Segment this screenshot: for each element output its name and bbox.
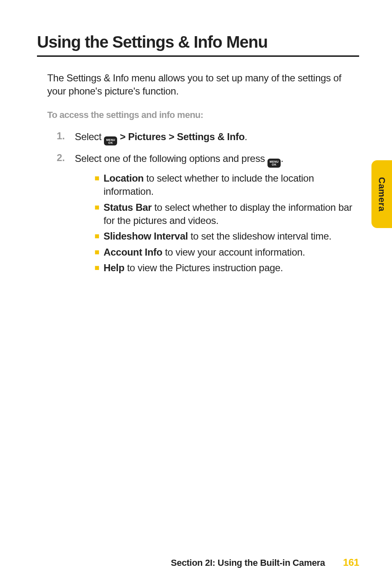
step-prefix: Select [75, 131, 104, 142]
step-list: 1. Select MENUOK > Pictures > Settings &… [37, 130, 359, 277]
bullet-text: Status Bar to select whether to display … [104, 201, 359, 228]
side-tab-label: Camera [376, 177, 387, 212]
bullet-term: Account Info [104, 247, 162, 258]
menu-ok-key-icon: MENUOK [104, 136, 117, 145]
bullet-icon: ■ [95, 230, 104, 243]
bullet-icon: ■ [95, 246, 104, 259]
step-prefix: Select one of the following options and … [75, 153, 267, 164]
bullet-term: Status Bar [104, 202, 152, 213]
bullet-rest: to view your account information. [162, 247, 305, 258]
step-period: . [244, 131, 247, 142]
bullet-term: Location [104, 173, 144, 184]
step-period: . [281, 153, 283, 164]
bullet-text: Help to view the Pictures instruction pa… [104, 261, 283, 274]
intro-paragraph: The Settings & Info menu allows you to s… [37, 71, 359, 98]
subheading: To access the settings and info menu: [37, 110, 359, 120]
step-number: 1. [57, 130, 75, 146]
bullet-icon: ■ [95, 172, 104, 198]
list-item: ■ Location to select whether to include … [95, 172, 359, 198]
step-2: 2. Select one of the following options a… [57, 152, 359, 277]
step-number: 2. [57, 152, 75, 277]
page: Using the Settings & Info Menu The Setti… [0, 0, 392, 588]
list-item: ■ Help to view the Pictures instruction … [95, 261, 359, 274]
bullet-icon: ■ [95, 261, 104, 274]
bullet-rest: to view the Pictures instruction page. [125, 262, 283, 273]
bullet-text: Slideshow Interval to set the slideshow … [104, 230, 332, 243]
footer: Section 2I: Using the Built-in Camera 16… [171, 557, 359, 568]
bullet-term: Help [104, 262, 125, 273]
title-underline [37, 55, 359, 57]
list-item: ■ Account Info to view your account info… [95, 246, 359, 259]
section-label: Section 2I: Using the Built-in Camera [171, 558, 325, 568]
page-number: 161 [343, 557, 359, 568]
step-bold-path: > Pictures > Settings & Info [117, 131, 244, 142]
list-item: ■ Status Bar to select whether to displa… [95, 201, 359, 228]
list-item: ■ Slideshow Interval to set the slidesho… [95, 230, 359, 243]
bullet-text: Location to select whether to include th… [104, 172, 359, 198]
page-title: Using the Settings & Info Menu [37, 33, 359, 51]
menu-ok-key-icon: MENUOK [267, 159, 281, 168]
side-tab: Camera [371, 160, 392, 228]
bullet-list: ■ Location to select whether to include … [75, 172, 359, 275]
bullet-rest: to set the slideshow interval time. [188, 231, 331, 242]
step-text: Select MENUOK > Pictures > Settings & In… [75, 130, 359, 146]
step-text: Select one of the following options and … [75, 152, 359, 277]
bullet-term: Slideshow Interval [104, 231, 188, 242]
step-1: 1. Select MENUOK > Pictures > Settings &… [57, 130, 359, 146]
bullet-text: Account Info to view your account inform… [104, 246, 305, 259]
bullet-icon: ■ [95, 201, 104, 228]
